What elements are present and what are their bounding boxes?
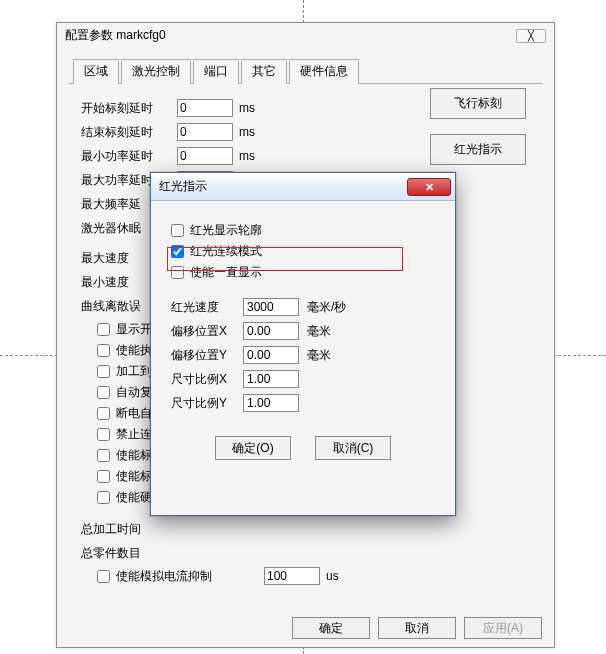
tab-strip: 区域 激光控制 端口 其它 硬件信息 xyxy=(69,58,542,84)
check-continuous[interactable]: 红光连续模式 xyxy=(171,242,435,260)
start-delay-input[interactable] xyxy=(177,99,233,117)
red-light-dialog: 红光指示 ✕ 红光显示轮廓 红光连续模式 使能一直显示 红光速度 毫米/秒 偏移… xyxy=(150,172,456,516)
red-speed-input[interactable] xyxy=(243,298,299,316)
end-delay-label: 结束标刻延时 xyxy=(81,124,177,141)
dialog-titlebar: 配置参数 markcfg0 ╳ xyxy=(57,23,554,48)
dialog-title: 配置参数 markcfg0 xyxy=(65,27,166,44)
tab-laser-control[interactable]: 激光控制 xyxy=(121,59,191,84)
total-parts-label: 总零件数目 xyxy=(81,545,177,562)
total-time-label: 总加工时间 xyxy=(81,521,177,538)
offset-x-label: 偏移位置X xyxy=(171,323,243,340)
tab-area[interactable]: 区域 xyxy=(73,59,119,84)
tab-port[interactable]: 端口 xyxy=(193,59,239,84)
close-icon[interactable]: ✕ xyxy=(407,178,451,196)
min-power-input[interactable] xyxy=(177,147,233,165)
tab-other[interactable]: 其它 xyxy=(241,59,287,84)
cancel-button[interactable]: 取消 xyxy=(378,617,456,639)
offset-y-input[interactable] xyxy=(243,346,299,364)
check-outline[interactable]: 红光显示轮廓 xyxy=(171,221,435,239)
scale-x-label: 尺寸比例X xyxy=(171,371,243,388)
offset-x-input[interactable] xyxy=(243,322,299,340)
start-delay-label: 开始标刻延时 xyxy=(81,100,177,117)
start-delay-unit: ms xyxy=(239,101,255,115)
close-icon[interactable]: ╳ xyxy=(516,29,546,43)
modal-cancel-button[interactable]: 取消(C) xyxy=(315,436,391,460)
modal-title: 红光指示 xyxy=(159,178,207,195)
modal-titlebar: 红光指示 ✕ xyxy=(151,173,455,201)
scale-x-input[interactable] xyxy=(243,370,299,388)
check-always-show[interactable]: 使能一直显示 xyxy=(171,263,435,281)
min-power-label: 最小功率延时 xyxy=(81,148,177,165)
red-speed-label: 红光速度 xyxy=(171,299,243,316)
offset-y-label: 偏移位置Y xyxy=(171,347,243,364)
scale-y-input[interactable] xyxy=(243,394,299,412)
red-light-button[interactable]: 红光指示 xyxy=(430,134,526,165)
tab-hardware-info[interactable]: 硬件信息 xyxy=(289,59,359,84)
scale-y-label: 尺寸比例Y xyxy=(171,395,243,412)
apply-button[interactable]: 应用(A) xyxy=(464,617,542,639)
fly-mark-button[interactable]: 飞行标刻 xyxy=(430,88,526,119)
ok-button[interactable]: 确定 xyxy=(292,617,370,639)
modal-ok-button[interactable]: 确定(O) xyxy=(215,436,291,460)
end-delay-input[interactable] xyxy=(177,123,233,141)
dialog-button-row: 确定 取消 应用(A) xyxy=(292,617,542,639)
sim-current-input[interactable] xyxy=(264,567,320,585)
check-sim-current[interactable]: 使能模拟电流抑制 us xyxy=(97,567,530,585)
